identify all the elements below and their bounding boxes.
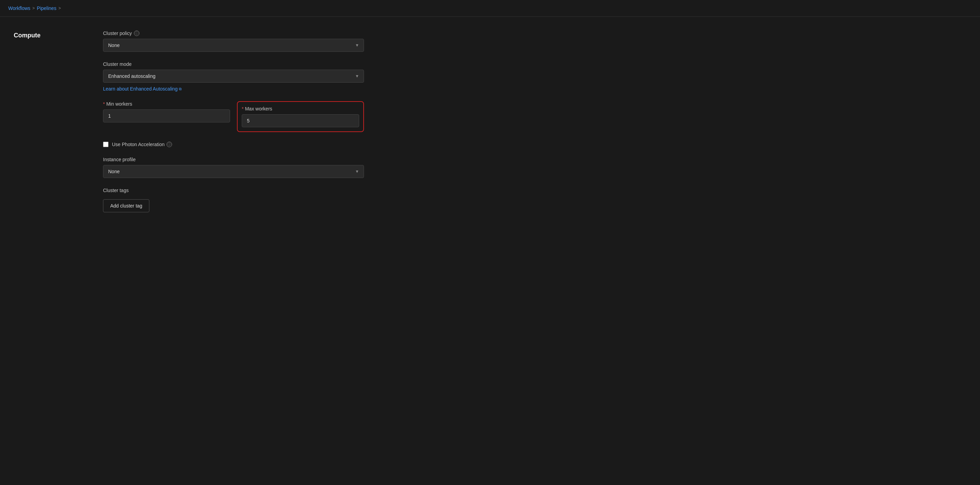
breadcrumb-workflows[interactable]: Workflows	[8, 5, 30, 11]
max-workers-highlight-box: * Max workers	[237, 101, 364, 132]
min-workers-input[interactable]	[103, 109, 230, 122]
cluster-policy-info-icon[interactable]: ⓘ	[134, 30, 139, 36]
min-workers-required-star: *	[103, 101, 105, 107]
cluster-policy-label: Cluster policy ⓘ	[103, 30, 364, 36]
photon-info-icon[interactable]: ⓘ	[167, 142, 172, 147]
max-workers-required-star: *	[242, 106, 243, 111]
breadcrumb-pipelines[interactable]: Pipelines	[37, 5, 56, 11]
add-cluster-tag-button[interactable]: Add cluster tag	[103, 199, 150, 212]
section-title: Compute	[14, 30, 76, 222]
max-workers-input[interactable]	[242, 114, 359, 127]
min-workers-label: * Min workers	[103, 101, 230, 107]
main-content: Compute Cluster policy ⓘ None ▼ Cluster …	[0, 30, 980, 222]
breadcrumb-separator-2: >	[58, 6, 61, 11]
cluster-tags-group: Cluster tags Add cluster tag	[103, 188, 364, 212]
cluster-mode-select[interactable]: Enhanced autoscaling	[103, 70, 364, 82]
breadcrumb-separator-1: >	[32, 6, 35, 11]
photon-group: Use Photon Acceleration ⓘ	[103, 142, 364, 147]
max-workers-label: * Max workers	[242, 106, 359, 111]
instance-profile-group: Instance profile None ▼	[103, 157, 364, 178]
min-workers-field: * Min workers	[103, 101, 230, 132]
photon-label[interactable]: Use Photon Acceleration ⓘ	[112, 142, 172, 147]
cluster-mode-group: Cluster mode Enhanced autoscaling ▼ Lear…	[103, 62, 364, 92]
workers-container: * Min workers * Max workers	[103, 101, 364, 132]
instance-profile-select-wrapper: None ▼	[103, 165, 364, 178]
photon-checkbox[interactable]	[103, 142, 108, 147]
cluster-policy-group: Cluster policy ⓘ None ▼	[103, 30, 364, 52]
cluster-policy-select-wrapper: None ▼	[103, 39, 364, 52]
max-workers-field: * Max workers	[237, 101, 364, 132]
cluster-tags-label: Cluster tags	[103, 188, 364, 193]
form-container: Cluster policy ⓘ None ▼ Cluster mode Enh…	[103, 30, 364, 222]
external-link-icon: ⧉	[179, 87, 181, 91]
breadcrumb: Workflows > Pipelines >	[0, 0, 980, 16]
instance-profile-select[interactable]: None	[103, 165, 364, 178]
cluster-mode-label: Cluster mode	[103, 62, 364, 67]
cluster-mode-select-wrapper: Enhanced autoscaling ▼	[103, 70, 364, 82]
cluster-policy-select[interactable]: None	[103, 39, 364, 52]
instance-profile-label: Instance profile	[103, 157, 364, 162]
divider	[0, 16, 980, 17]
learn-autoscaling-link[interactable]: Learn about Enhanced Autoscaling ⧉	[103, 86, 364, 92]
